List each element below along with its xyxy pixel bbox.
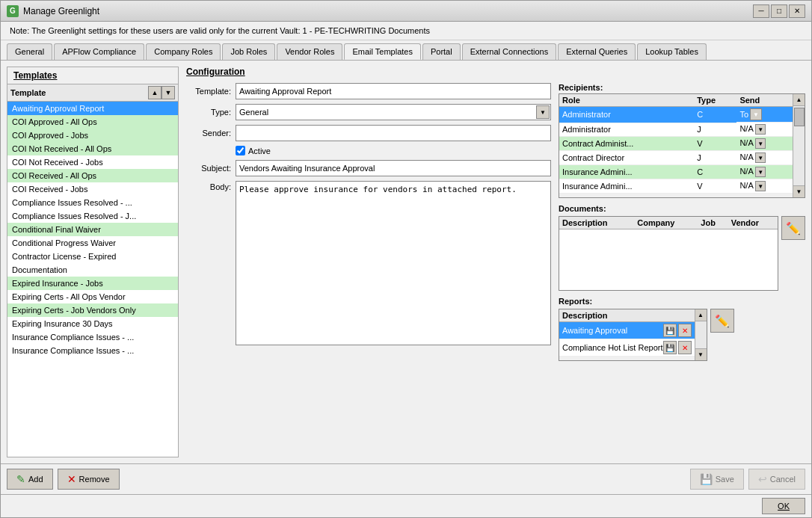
app-icon: G: [7, 5, 19, 17]
cell-type: C: [694, 107, 736, 123]
cancel-label: Cancel: [770, 475, 796, 484]
scroll-down[interactable]: ▼: [695, 348, 707, 360]
doc-col-vendor: Vendor: [728, 217, 778, 229]
cell-role: Administrator: [559, 107, 694, 123]
scroll-up[interactable]: ▲: [695, 309, 707, 321]
list-item[interactable]: COI Approved - All Ops: [7, 115, 178, 129]
tab-external-queries[interactable]: External Queries: [558, 43, 636, 60]
tab-vendor-roles[interactable]: Vendor Roles: [277, 43, 342, 60]
body-label: Body:: [186, 181, 231, 457]
report-save-btn[interactable]: 💾: [663, 324, 677, 337]
list-item[interactable]: COI Not Received - Jobs: [7, 155, 178, 169]
list-item[interactable]: COI Received - Jobs: [7, 182, 178, 196]
table-row[interactable]: Administrator J N/A ▼: [559, 123, 793, 137]
tab-external-connections[interactable]: External Connections: [462, 43, 557, 60]
list-item[interactable]: Conditional Progress Waiver: [7, 236, 178, 250]
recipients-inner[interactable]: Role Type Send Administrator C: [559, 94, 793, 197]
add-button[interactable]: ✎ Add: [7, 469, 53, 490]
tab-general[interactable]: General: [7, 43, 52, 60]
title-bar-controls: ─ □ ✕: [753, 4, 805, 18]
cell-role: Insurance Admini...: [559, 179, 694, 194]
config-right: Recipients: Role Type Send: [559, 83, 805, 457]
report-actions: 💾 ✕: [663, 324, 692, 337]
cell-send: N/A ▼: [736, 151, 793, 165]
add-icon: ✎: [16, 473, 25, 485]
list-item[interactable]: Compliance Issues Resolved - ...: [7, 196, 178, 209]
template-input[interactable]: [236, 83, 551, 99]
cell-role: Contract Director: [559, 151, 694, 165]
reports-scrollbar: ▲ ▼: [695, 309, 707, 360]
doc-col-company: Company: [634, 217, 698, 229]
template-row: Template:: [186, 83, 551, 99]
table-row[interactable]: Insurance Admini... V N/A ▼: [559, 179, 793, 194]
templates-header-label: Templates: [13, 70, 57, 81]
template-list[interactable]: Awaiting Approval Report COI Approved - …: [7, 102, 178, 457]
tab-portal[interactable]: Portal: [422, 43, 461, 60]
table-row[interactable]: Insurance Admini... C N/A ▼: [559, 165, 793, 179]
table-row[interactable]: Compliance Hot List Report 💾 ✕: [559, 339, 695, 357]
list-item[interactable]: Compliance Issues Resolved - J...: [7, 209, 178, 223]
title-bar: G Manage Greenlight ─ □ ✕: [1, 1, 811, 22]
reports-label: Reports:: [559, 297, 805, 306]
reports-edit-button[interactable]: ✏️: [710, 309, 734, 333]
tab-lookup-tables[interactable]: Lookup Tables: [637, 43, 707, 60]
table-row[interactable]: Awaiting Approval 💾 ✕: [559, 322, 695, 340]
send-dropdown[interactable]: ▼: [750, 108, 762, 120]
subject-input[interactable]: [236, 160, 551, 176]
recipients-col-role: Role: [559, 94, 694, 107]
tab-apflow[interactable]: APFlow Compliance: [54, 43, 144, 60]
cell-role: Administrator: [559, 123, 694, 137]
table-row[interactable]: Contract Director J N/A ▼: [559, 151, 793, 165]
list-item[interactable]: COI Approved - Jobs: [7, 129, 178, 142]
save-button[interactable]: 💾 Save: [690, 469, 744, 490]
scroll-track: [695, 321, 707, 348]
scroll-up[interactable]: ▲: [793, 94, 805, 106]
save-label: Save: [716, 475, 734, 484]
documents-edit-button[interactable]: ✏️: [781, 216, 805, 240]
report-delete-btn[interactable]: ✕: [678, 324, 692, 337]
sender-label: Sender:: [186, 129, 231, 138]
scroll-up-btn[interactable]: ▲: [148, 86, 162, 99]
list-item[interactable]: Conditional Final Waiver: [7, 223, 178, 236]
sender-input[interactable]: [236, 125, 551, 141]
reports-inner[interactable]: Description Awaiting Approval: [559, 309, 695, 360]
list-item[interactable]: Expiring Certs - All Ops Vendor: [7, 290, 178, 303]
tab-job-roles[interactable]: Job Roles: [222, 43, 275, 60]
maximize-button[interactable]: □: [771, 4, 787, 18]
table-row[interactable]: Administrator C To ▼: [559, 107, 793, 123]
close-button[interactable]: ✕: [789, 4, 805, 18]
cancel-button[interactable]: ↩ Cancel: [748, 469, 805, 490]
list-item[interactable]: Expired Insurance - Jobs: [7, 277, 178, 290]
list-item[interactable]: COI Received - All Ops: [7, 169, 178, 182]
cell-send: N/A ▼: [736, 179, 793, 194]
remove-button[interactable]: ✕ Remove: [58, 469, 120, 490]
list-item[interactable]: Contractor License - Expired: [7, 250, 178, 263]
bottom-right: 💾 Save ↩ Cancel: [690, 469, 805, 490]
scroll-down[interactable]: ▼: [793, 185, 805, 197]
title-bar-left: G Manage Greenlight: [7, 5, 99, 17]
cancel-icon: ↩: [758, 473, 767, 485]
minimize-button[interactable]: ─: [753, 4, 769, 18]
scroll-down-btn[interactable]: ▼: [162, 86, 175, 99]
list-item[interactable]: Expiring Insurance 30 Days: [7, 317, 178, 330]
list-item[interactable]: Awaiting Approval Report: [7, 102, 178, 115]
tab-email-templates[interactable]: Email Templates: [344, 43, 421, 60]
type-select[interactable]: General Specific: [236, 104, 551, 120]
list-item[interactable]: Documentation: [7, 263, 178, 277]
template-label: Template:: [186, 87, 231, 96]
tab-company-roles[interactable]: Company Roles: [146, 43, 221, 60]
ok-button[interactable]: OK: [762, 498, 805, 514]
report-save-btn[interactable]: 💾: [663, 341, 677, 354]
list-item[interactable]: Insurance Compliance Issues - ...: [7, 344, 178, 357]
table-row[interactable]: Contract Administ... V N/A ▼: [559, 137, 793, 151]
report-delete-btn[interactable]: ✕: [678, 341, 692, 354]
active-checkbox[interactable]: [236, 146, 245, 155]
type-select-wrapper: General Specific ▼: [236, 104, 551, 120]
documents-section: Documents: Description Company Job: [559, 204, 805, 291]
list-item[interactable]: Expiring Certs - Job Vendors Only: [7, 303, 178, 317]
bottom-left: ✎ Add ✕ Remove: [7, 469, 120, 490]
body-textarea[interactable]: Please approve insurance for vendors in …: [236, 181, 551, 345]
list-item[interactable]: COI Not Received - All Ops: [7, 142, 178, 155]
list-item[interactable]: Insurance Compliance Issues - ...: [7, 330, 178, 344]
config-panel: Configuration Template: Type: General: [186, 67, 805, 457]
